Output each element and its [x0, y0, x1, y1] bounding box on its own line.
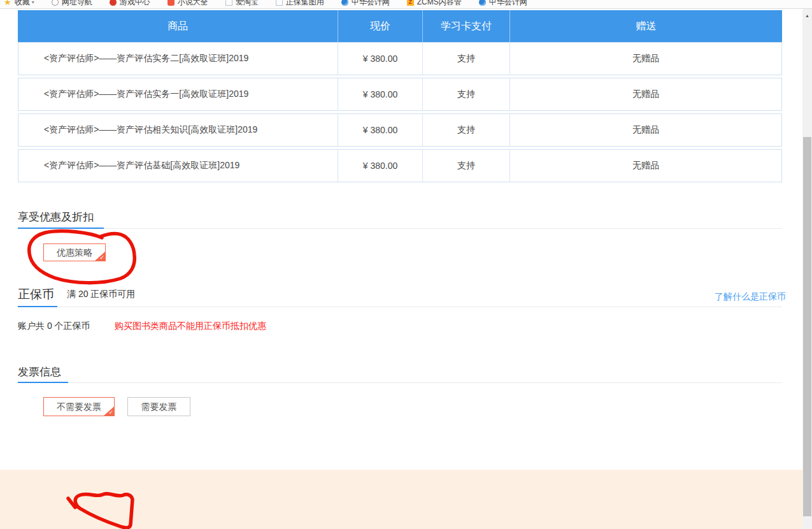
scrollbar-up-arrow-icon[interactable]: ▲ [802, 11, 812, 20]
bookmark-label: 小说大全 [178, 0, 208, 8]
bookmark-accounting-site[interactable]: 中华会计网 [341, 0, 390, 8]
bookmark-zhengbao[interactable]: 正保集图用 [276, 0, 324, 8]
card-pay-support: 支持 [422, 150, 509, 182]
table-row: <资产评估师>——资产评估实务二[高效取证班]2019 ¥ 380.00 支持 … [18, 42, 782, 75]
bookmarks-bar: ★ 收藏 ▾ 网址导航 游戏中心 小说大全 爱淘宝 正保集图用 中华会计网 [0, 0, 812, 9]
section-divider [18, 307, 782, 307]
product-name: <资产评估师>——资产评估相关知识[高效取证班]2019 [18, 114, 338, 146]
bookmark-label: 正保集图用 [286, 0, 324, 8]
table-row: <资产评估师>——资产评估基础[高效取证班]2019 ¥ 380.00 支持 无… [18, 149, 782, 182]
bookmark-label: 收藏 [15, 0, 30, 8]
product-name: <资产评估师>——资产评估基础[高效取证班]2019 [18, 150, 338, 182]
coin-account-balance: 账户共 0 个正保币 [18, 321, 90, 332]
column-header-card-pay: 学习卡支付 [422, 10, 509, 42]
bookmark-nav-site[interactable]: 网址导航 [52, 0, 92, 8]
invoice-section-title: 发票信息 [18, 365, 61, 379]
bookmark-label: 中华会计网 [352, 0, 390, 8]
section-divider-accent [18, 306, 57, 307]
no-invoice-label: 不需要发票 [57, 402, 101, 412]
discount-strategy-button[interactable]: 优惠策略 ✓ [43, 243, 106, 261]
coin-section-title: 正保币 [18, 286, 54, 303]
chevron-down-icon: ▾ [32, 0, 34, 5]
bookmark-label: 爱淘宝 [236, 0, 259, 8]
product-name: <资产评估师>——资产评估实务一[高效取证班]2019 [18, 78, 338, 110]
page-icon [225, 0, 232, 6]
bookmark-favorites[interactable]: ★ 收藏 ▾ [4, 0, 34, 8]
table-row: <资产评估师>——资产评估实务一[高效取证班]2019 ¥ 380.00 支持 … [18, 78, 782, 111]
bookmark-game-center[interactable]: 游戏中心 [110, 0, 150, 8]
bookmark-label: ZCMS内容管 [417, 0, 462, 8]
bookmark-novels[interactable]: 小说大全 [167, 0, 208, 8]
zcms-icon: Z [407, 0, 414, 6]
order-summary-bar: 商品总价： ¥ 1,520.00 享受折扣： ¥ 152.00 邮费： ¥ 0.… [0, 470, 812, 529]
discount-section-title: 享受优惠及折扣 [18, 210, 94, 224]
product-price: ¥ 380.00 [338, 114, 422, 146]
scrollbar-thumb[interactable] [803, 137, 811, 516]
section-divider-accent [18, 382, 68, 383]
coin-info-link[interactable]: 了解什么是正保币 [715, 291, 786, 303]
site-globe-icon [479, 0, 486, 6]
coin-section-subtitle: 满 20 正保币可用 [67, 289, 135, 300]
product-name: <资产评估师>——资产评估实务二[高效取证班]2019 [18, 43, 338, 75]
site-globe-icon [341, 0, 348, 6]
product-table-header: 商品 现价 学习卡支付 赠送 [18, 10, 782, 42]
section-divider-accent [18, 228, 104, 229]
page-icon [276, 0, 283, 6]
coin-warning-text: 购买图书类商品不能用正保币抵扣优惠 [115, 321, 266, 332]
card-pay-support: 支持 [422, 78, 509, 110]
bookmark-label: 网址导航 [62, 0, 92, 8]
star-icon: ★ [4, 0, 11, 6]
gift-value: 无赠品 [509, 78, 781, 110]
product-price: ¥ 380.00 [338, 78, 422, 110]
gift-value: 无赠品 [509, 150, 781, 182]
game-center-icon [110, 0, 117, 6]
discount-strategy-label: 优惠策略 [57, 247, 92, 257]
card-pay-support: 支持 [422, 114, 509, 146]
bookmark-label: 游戏中心 [120, 0, 150, 8]
check-icon: ✓ [99, 255, 104, 261]
bookmark-label: 中华会计网 [489, 0, 527, 8]
column-header-price: 现价 [338, 10, 422, 42]
section-divider [18, 228, 782, 229]
column-header-product: 商品 [18, 10, 338, 42]
check-icon: ✓ [108, 410, 113, 416]
column-header-gift: 赠送 [509, 10, 782, 42]
card-pay-support: 支持 [422, 43, 509, 75]
globe-icon [52, 0, 59, 6]
bookmark-taobao[interactable]: 爱淘宝 [225, 0, 259, 8]
need-invoice-label: 需要发票 [141, 402, 177, 412]
need-invoice-button[interactable]: 需要发票 [127, 397, 190, 416]
section-divider [18, 382, 782, 383]
gift-value: 无赠品 [509, 114, 781, 146]
bookmark-accounting-site[interactable]: 中华会计网 [479, 0, 527, 8]
product-price: ¥ 380.00 [338, 150, 422, 182]
gift-value: 无赠品 [509, 43, 781, 75]
table-row: <资产评估师>——资产评估相关知识[高效取证班]2019 ¥ 380.00 支持… [18, 113, 782, 147]
product-table-body: <资产评估师>——资产评估实务二[高效取证班]2019 ¥ 380.00 支持 … [18, 42, 782, 185]
bookmark-zcms[interactable]: Z ZCMS内容管 [407, 0, 462, 8]
no-invoice-button[interactable]: 不需要发票 ✓ [43, 397, 115, 416]
product-price: ¥ 380.00 [338, 43, 422, 75]
novel-icon [167, 0, 175, 6]
